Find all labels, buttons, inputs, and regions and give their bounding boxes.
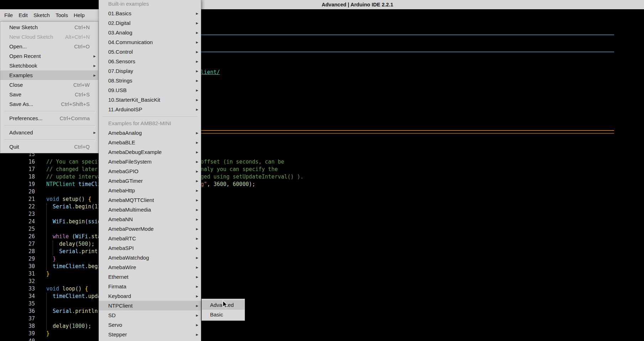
ntpclient-menu-item-basic[interactable]: Basic	[202, 310, 245, 319]
examples-menu-item-stepper[interactable]: Stepper▸	[99, 330, 201, 339]
examples-menu-item-11-arduinoisp[interactable]: 11.ArduinoISP▸	[99, 105, 201, 114]
examples-menu-item-amebawatchdog[interactable]: AmebaWatchdog▸	[99, 253, 201, 262]
menu-item-label: AmebaHttp	[108, 187, 135, 193]
examples-menu-item-ethernet[interactable]: Ethernet▸	[99, 272, 201, 282]
examples-menu-item-amebafilesystem[interactable]: AmebaFileSystem▸	[99, 157, 201, 166]
file-menu-item-new-cloud-sketch[interactable]: New Cloud SketchAlt+Ctrl+N	[0, 32, 98, 42]
indent-guide	[46, 203, 47, 270]
examples-menu-item-01-basics[interactable]: 01.Basics▸	[99, 9, 201, 18]
submenu-arrow-icon: ▸	[196, 147, 198, 157]
menu-item-label: Advanced	[9, 129, 33, 135]
menubar-item-tools[interactable]: Tools	[53, 9, 71, 21]
line-number: 16	[0, 158, 35, 166]
submenu-arrow-icon: ▸	[196, 310, 198, 320]
examples-menu-item-amebaanalog[interactable]: AmebaAnalog▸	[99, 128, 201, 138]
menubar-item-help[interactable]: Help	[71, 9, 88, 21]
examples-menu-item-03-analog[interactable]: 03.Analog▸	[99, 28, 201, 37]
menu-item-shortcut: Ctrl+O	[74, 43, 90, 49]
mouse-cursor	[222, 300, 229, 309]
file-menu-item-open-recent[interactable]: Open Recent▸	[0, 51, 98, 61]
examples-menu-item-02-digital[interactable]: 02.Digital▸	[99, 18, 201, 28]
submenu-arrow-icon: ▸	[196, 57, 198, 66]
file-menu-item-examples[interactable]: Examples▸	[0, 70, 98, 80]
examples-menu-item-ntpclient[interactable]: NTPClient▸	[99, 301, 201, 310]
examples-menu-item-04-communication[interactable]: 04.Communication▸	[99, 37, 201, 47]
menu-item-label: New Cloud Sketch	[9, 34, 53, 40]
menu-item-label: 03.Analog	[108, 30, 132, 36]
examples-menu-item-amebamqttclient[interactable]: AmebaMQTTClient▸	[99, 195, 201, 205]
examples-menu-item-10-starterkit-basickit[interactable]: 10.StarterKit_BasicKit▸	[99, 95, 201, 105]
line-number: 19	[0, 181, 35, 188]
file-menu-item-open[interactable]: Open...Ctrl+O	[0, 42, 98, 51]
code-line-text: void loop() {	[46, 285, 88, 293]
menubar-item-file[interactable]: File	[1, 9, 16, 21]
examples-menu-item-06-sensors[interactable]: 06.Sensors▸	[99, 57, 201, 66]
examples-menu-item-08-strings[interactable]: 08.Strings▸	[99, 76, 201, 85]
examples-menu-item-amebartc[interactable]: AmebaRTC▸	[99, 234, 201, 243]
examples-menu-item-firmata[interactable]: Firmata▸	[99, 282, 201, 291]
code-line-24: 24 WiFi.begin(ssid, password);	[0, 218, 644, 225]
examples-menu-item-amebahttp[interactable]: AmebaHttp▸	[99, 186, 201, 195]
menubar-item-sketch[interactable]: Sketch	[31, 9, 53, 21]
code-line-37: 37	[0, 315, 644, 323]
line-number: 22	[0, 203, 35, 211]
submenu-arrow-icon: ▸	[196, 195, 198, 205]
menu-item-label: Built-in examples	[108, 1, 149, 7]
examples-menu-item-amebapowermode[interactable]: AmebaPowerMode▸	[99, 224, 201, 234]
line-number: 26	[0, 233, 35, 240]
submenu-arrow-icon: ▸	[93, 128, 96, 137]
submenu-arrow-icon: ▸	[196, 282, 198, 291]
examples-menu-item-amebagpio[interactable]: AmebaGPIO▸	[99, 166, 201, 176]
code-line-32: 32	[0, 278, 644, 285]
file-menu-item-preferences[interactable]: Preferences...Ctrl+Comma	[0, 113, 98, 123]
examples-menu-item-amebadebugexample[interactable]: AmebaDebugExample▸	[99, 147, 201, 157]
menu-item-label: NTPClient	[108, 303, 132, 309]
examples-menu-item-09-usb[interactable]: 09.USB▸	[99, 85, 201, 95]
examples-menu-item-amebagtimer[interactable]: AmebaGTimer▸	[99, 176, 201, 186]
code-line-38: 38 delay(1000);	[0, 323, 644, 330]
code-line-29: 29 }	[0, 255, 644, 263]
file-menu-item-new-sketch[interactable]: New SketchCtrl+N	[0, 22, 98, 32]
code-line-22: 22 Serial.begin(115200);	[0, 203, 644, 211]
decorative-line-orange-top	[199, 130, 614, 131]
examples-menu-item-amebann[interactable]: AmebaNN▸	[99, 214, 201, 224]
submenu-arrow-icon: ▸	[196, 28, 198, 37]
file-menu-item-close[interactable]: CloseCtrl+W	[0, 80, 98, 90]
submenu-arrow-icon: ▸	[196, 301, 198, 310]
file-menu-item-quit[interactable]: QuitCtrl+Q	[0, 142, 98, 151]
line-number: 33	[0, 285, 35, 293]
examples-menu-item-keyboard[interactable]: Keyboard▸	[99, 291, 201, 301]
menu-item-label: Servo	[108, 322, 122, 328]
menu-item-shortcut: Ctrl+N	[74, 24, 90, 30]
submenu-arrow-icon: ▸	[196, 95, 198, 105]
file-menu-item-save-as[interactable]: Save As...Ctrl+Shift+S	[0, 99, 98, 109]
line-number: 17	[0, 166, 35, 173]
examples-menu-item-05-control[interactable]: 05.Control▸	[99, 47, 201, 57]
examples-menu-item-amebaspi[interactable]: AmebaSPI▸	[99, 243, 201, 253]
menu-item-label: AmebaBLE	[108, 139, 135, 145]
line-number: 18	[0, 173, 35, 181]
line-number: 35	[0, 300, 35, 308]
examples-menu-item-servo[interactable]: Servo▸	[99, 320, 201, 330]
window-title: Advanced | Arduino IDE 2.2.1	[322, 0, 393, 9]
examples-submenu: Built-in examples01.Basics▸02.Digital▸03…	[99, 0, 201, 341]
code-line-23: 23	[0, 211, 644, 218]
line-number: 29	[0, 255, 35, 263]
file-menu-item-sketchbook[interactable]: Sketchbook▸	[0, 61, 98, 70]
examples-menu-item-07-display[interactable]: 07.Display▸	[99, 66, 201, 76]
file-menu-item-save[interactable]: SaveCtrl+S	[0, 90, 98, 99]
menu-item-label: Close	[9, 82, 23, 88]
examples-menu-item-amebamultimedia[interactable]: AmebaMultimedia▸	[99, 205, 201, 214]
file-menu-item-advanced[interactable]: Advanced▸	[0, 128, 98, 137]
menu-item-label: 10.StarterKit_BasicKit	[108, 97, 160, 103]
examples-menu-item-amebable[interactable]: AmebaBLE▸	[99, 138, 201, 147]
examples-menu-item-sd[interactable]: SD▸	[99, 310, 201, 320]
examples-menu-item-amebawire[interactable]: AmebaWire▸	[99, 262, 201, 272]
menubar-item-edit[interactable]: Edit	[16, 9, 31, 21]
submenu-arrow-icon: ▸	[196, 186, 198, 195]
submenu-arrow-icon: ▸	[196, 320, 198, 330]
line-number: 23	[0, 211, 35, 218]
menu-item-label: AmebaSPI	[108, 245, 134, 251]
submenu-arrow-icon: ▸	[196, 330, 198, 339]
submenu-arrow-icon: ▸	[196, 205, 198, 214]
